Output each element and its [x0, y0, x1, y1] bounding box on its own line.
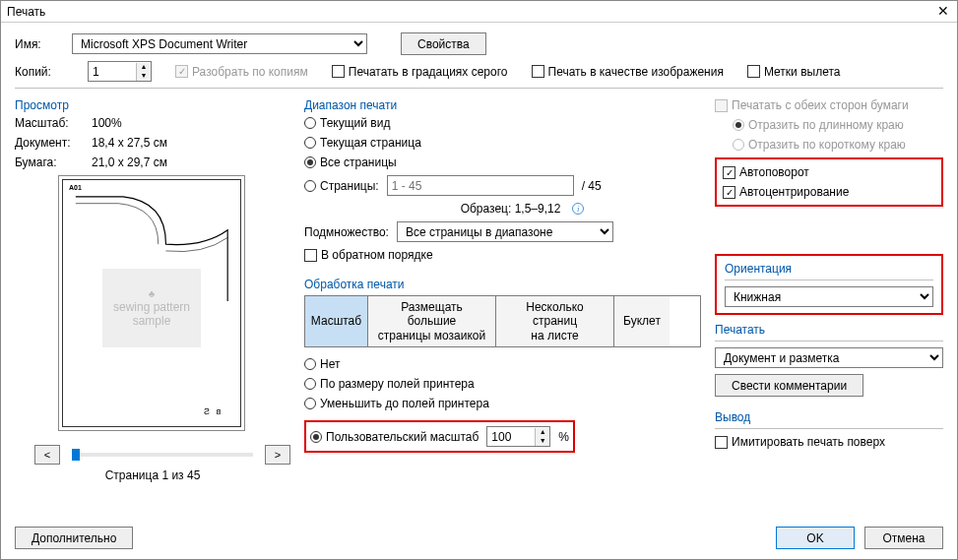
info-icon[interactable]: i: [572, 203, 584, 215]
cancel-button[interactable]: Отмена: [864, 527, 943, 549]
pages-input[interactable]: [387, 175, 574, 196]
pages-total: / 45: [582, 179, 602, 193]
ok-button[interactable]: OK: [776, 527, 855, 549]
close-icon[interactable]: ✕: [935, 4, 951, 20]
advanced-button[interactable]: Дополнительно: [15, 527, 133, 549]
scale-fit-margins-radio[interactable]: По размеру полей принтера: [304, 377, 475, 391]
printer-name-label: Имя:: [15, 37, 64, 51]
titlebar: Печать ✕: [1, 1, 957, 23]
print-what-title: Печатать: [715, 323, 943, 337]
page-preview: A01 ♣ sewing patternsample: [58, 175, 245, 431]
paper-size-value: 21,0 x 29,7 см: [92, 156, 167, 169]
copies-label: Копий:: [15, 65, 64, 79]
flip-short-radio: Отразить по короткому краю: [733, 138, 906, 152]
scale-none-radio[interactable]: Нет: [304, 357, 340, 371]
grayscale-checkbox[interactable]: Печатать в градациях серого: [332, 65, 508, 79]
custom-scale-spinner[interactable]: ▲ ▼: [486, 426, 550, 447]
range-title: Диапазон печати: [304, 98, 701, 112]
percent-label: %: [558, 430, 569, 444]
orientation-title: Ориентация: [725, 262, 933, 276]
orientation-select[interactable]: Книжная: [725, 286, 933, 307]
tab-booklet[interactable]: Буклет: [614, 296, 670, 346]
as-image-checkbox[interactable]: Печать в качестве изображения: [532, 65, 724, 79]
scale-shrink-radio[interactable]: Уменьшить до полей принтера: [304, 397, 489, 410]
autocenter-checkbox[interactable]: ✓Автоцентрирование: [723, 185, 849, 199]
paper-size-label: Бумага:: [15, 156, 84, 169]
preview-text-snippet: в S: [202, 406, 221, 416]
copies-up-icon[interactable]: ▲: [137, 63, 151, 72]
copies-input[interactable]: [89, 62, 136, 81]
properties-button[interactable]: Свойства: [401, 32, 486, 55]
preview-title: Просмотр: [15, 98, 290, 112]
handling-tabs: Масштаб Размещать большие страницы мозаи…: [304, 295, 701, 347]
both-sides-checkbox: Печатать с обеих сторон бумаги: [715, 98, 909, 112]
print-what-select[interactable]: Документ и разметка: [715, 347, 943, 368]
output-title: Вывод: [715, 410, 943, 424]
reverse-order-checkbox[interactable]: В обратном порядке: [304, 248, 433, 262]
doc-size-label: Документ:: [15, 136, 84, 150]
tab-multiple[interactable]: Несколько страниц на листе: [496, 296, 614, 346]
scale-custom-radio[interactable]: Пользовательский масштаб: [310, 430, 479, 444]
scale-up-icon[interactable]: ▲: [536, 428, 549, 437]
range-pages-radio[interactable]: Страницы:: [304, 179, 379, 193]
copies-spinner[interactable]: ▲ ▼: [88, 61, 152, 82]
simulate-overprint-checkbox[interactable]: Имитировать печать поверх: [715, 435, 885, 449]
scale-down-icon[interactable]: ▼: [536, 437, 549, 446]
custom-scale-highlight: Пользовательский масштаб ▲ ▼ %: [304, 420, 575, 453]
subset-label: Подмножество:: [304, 225, 389, 239]
autorotate-checkbox[interactable]: ✓Автоповорот: [723, 165, 809, 179]
auto-options-highlight: ✓Автоповорот ✓Автоцентрирование: [715, 157, 943, 207]
flatten-comments-button[interactable]: Свести комментарии: [715, 374, 863, 397]
orientation-highlight: Ориентация Книжная: [715, 254, 943, 315]
scale-value: 100%: [92, 116, 122, 130]
page-indicator: Страница 1 из 45: [15, 468, 290, 482]
tab-scale[interactable]: Масштаб: [305, 296, 368, 346]
range-current-page-radio[interactable]: Текущая страница: [304, 136, 421, 150]
printer-select[interactable]: Microsoft XPS Document Writer: [72, 33, 367, 54]
preview-prev-button[interactable]: <: [34, 445, 60, 465]
custom-scale-input[interactable]: [487, 427, 535, 446]
copies-down-icon[interactable]: ▼: [137, 72, 151, 81]
handling-title: Обработка печати: [304, 278, 701, 291]
pages-sample-label: Образец: 1,5–9,12: [461, 202, 561, 216]
collate-checkbox: ✓Разобрать по копиям: [175, 65, 308, 79]
range-all-pages-radio[interactable]: Все страницы: [304, 156, 397, 169]
bleed-marks-checkbox[interactable]: Метки вылета: [747, 65, 841, 79]
doc-size-value: 18,4 x 27,5 см: [92, 136, 167, 150]
preview-slider[interactable]: [72, 453, 253, 457]
flip-long-radio: Отразить по длинному краю: [733, 118, 904, 132]
preview-watermark: ♣ sewing patternsample: [102, 269, 201, 347]
preview-next-button[interactable]: >: [265, 445, 290, 465]
tab-tile[interactable]: Размещать большие страницы мозаикой: [368, 296, 496, 346]
subset-select[interactable]: Все страницы в диапазоне: [397, 221, 613, 242]
print-dialog: Печать ✕ Имя: Microsoft XPS Document Wri…: [0, 0, 958, 560]
dialog-title: Печать: [7, 5, 935, 19]
range-current-view-radio[interactable]: Текущий вид: [304, 116, 390, 130]
slider-thumb[interactable]: [72, 449, 80, 461]
scale-label: Масштаб:: [15, 116, 84, 130]
tree-icon: ♣: [149, 288, 156, 299]
